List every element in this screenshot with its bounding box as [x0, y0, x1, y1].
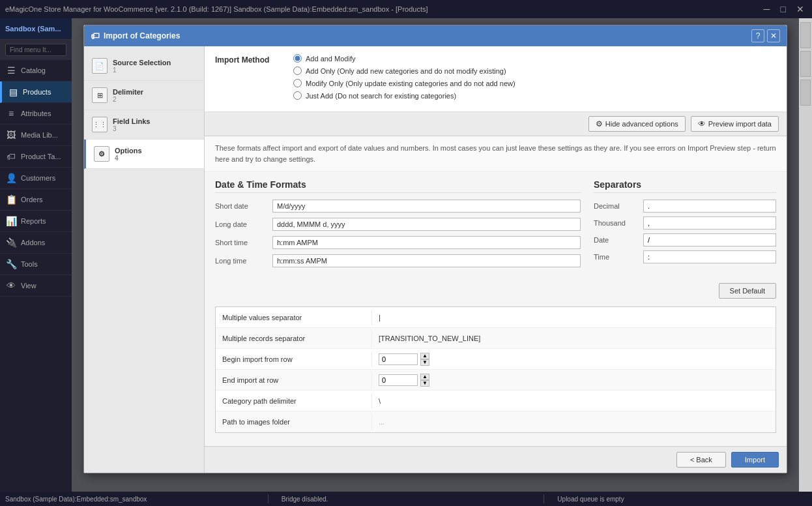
- sidebar-item-addons[interactable]: 🔌 Addons: [0, 232, 72, 254]
- two-panel-row: Date & Time Formats Short date Long date: [215, 179, 776, 273]
- modal-title-bar: 🏷 Import of Categories ? ✕: [84, 25, 787, 46]
- sidebar-item-view[interactable]: 👁 View: [0, 275, 72, 297]
- options-num: 4: [115, 155, 196, 162]
- sidebar-item-products[interactable]: ▤ Products: [0, 82, 72, 103]
- radio-modify-only-input[interactable]: [293, 79, 302, 87]
- sidebar-item-product-tags[interactable]: 🏷 Product Ta...: [0, 146, 72, 168]
- short-time-input[interactable]: [272, 236, 581, 249]
- preview-import-button[interactable]: 👁 Preview import data: [691, 116, 779, 132]
- end-import-input[interactable]: [379, 374, 418, 386]
- radio-just-add-input[interactable]: [293, 91, 302, 100]
- sidebar-item-label: Tools: [21, 260, 38, 268]
- radio-add-and-modify[interactable]: Add and Modify: [293, 54, 776, 63]
- right-panel-button-3[interactable]: [800, 80, 811, 106]
- back-button[interactable]: < Back: [676, 452, 726, 468]
- import-button[interactable]: Import: [731, 452, 779, 468]
- sidebar-item-tools[interactable]: 🔧 Tools: [0, 254, 72, 275]
- orders-icon: 📋: [5, 194, 17, 205]
- short-time-label: Short time: [215, 239, 267, 246]
- wizard-step-delimiter[interactable]: ⊞ Delimiter 2: [84, 81, 204, 110]
- sidebar-item-reports[interactable]: 📊 Reports: [0, 211, 72, 232]
- delimiter-icon: ⊞: [92, 87, 108, 103]
- wizard-step-field-links[interactable]: ⋮⋮ Field Links 3: [84, 110, 204, 140]
- sidebar-header: Sandbox (Sam...: [0, 18, 72, 40]
- date-time-panel: Date & Time Formats Short date Long date: [215, 179, 581, 273]
- modal-main: Import Method Add and Modify Add Only (O…: [205, 46, 787, 473]
- sidebar-item-label: Addons: [21, 239, 45, 246]
- radio-just-add-label: Just Add (Do not search for existing cat…: [306, 92, 456, 100]
- settings-grid: Multiple values separator | Multiple rec…: [215, 306, 776, 433]
- date-sep-input[interactable]: [643, 233, 776, 246]
- close-button[interactable]: ✕: [794, 4, 807, 14]
- short-date-row: Short date: [215, 200, 581, 213]
- separators-panel: Separators Decimal Thousand: [594, 179, 776, 273]
- sidebar-item-customers[interactable]: 👤 Customers: [0, 168, 72, 189]
- begin-import-down[interactable]: ▼: [420, 359, 429, 366]
- modal-close-button[interactable]: ✕: [767, 29, 780, 42]
- source-selection-icon: 📄: [92, 58, 108, 74]
- short-date-input[interactable]: [272, 200, 581, 213]
- action-buttons-row: ⚙ Hide advanced options 👁 Preview import…: [205, 112, 787, 136]
- long-date-input[interactable]: [272, 218, 581, 231]
- path-to-images-key: Path to images folder: [216, 414, 372, 430]
- wizard-step-source-selection[interactable]: 📄 Source Selection 1: [84, 52, 204, 81]
- thousand-label: Thousand: [594, 219, 639, 227]
- time-sep-input[interactable]: [643, 250, 776, 263]
- radio-add-only[interactable]: Add Only (Only add new categories and do…: [293, 67, 776, 75]
- radio-add-and-modify-input[interactable]: [293, 54, 302, 63]
- short-time-row: Short time: [215, 236, 581, 249]
- set-default-button[interactable]: Set Default: [719, 283, 776, 299]
- radio-modify-only[interactable]: Modify Only (Only update existing catego…: [293, 79, 776, 87]
- view-icon: 👁: [5, 280, 17, 291]
- sidebar-item-label: View: [21, 282, 36, 290]
- sidebar: Sandbox (Sam... ☰ Catalog ▤ Products ≡ A…: [0, 18, 72, 492]
- multiple-records-sep-row: Multiple records separator [TRANSITION_T…: [216, 328, 776, 349]
- end-import-value: ▲ ▼: [372, 371, 776, 389]
- thousand-sep-row: Thousand: [594, 216, 776, 230]
- reports-icon: 📊: [5, 216, 17, 226]
- sidebar-item-catalog[interactable]: ☰ Catalog: [0, 60, 72, 82]
- end-import-spinner: ▲ ▼: [420, 374, 429, 387]
- radio-just-add[interactable]: Just Add (Do not search for existing cat…: [293, 91, 776, 100]
- date-sep-label: Date: [594, 236, 639, 244]
- sidebar-item-attributes[interactable]: ≡ Attributes: [0, 103, 72, 125]
- sidebar-item-orders[interactable]: 📋 Orders: [0, 189, 72, 211]
- radio-add-and-modify-label: Add and Modify: [306, 55, 355, 63]
- begin-import-up[interactable]: ▲: [420, 353, 429, 359]
- title-bar: eMagicOne Store Manager for WooCommerce …: [0, 0, 812, 18]
- maximize-button[interactable]: □: [778, 4, 789, 14]
- app-title: eMagicOne Store Manager for WooCommerce …: [5, 5, 428, 13]
- source-selection-num: 1: [113, 67, 196, 74]
- decimal-input[interactable]: [643, 200, 776, 213]
- right-panel-button-2[interactable]: [800, 51, 811, 77]
- wizard-step-options[interactable]: ⚙ Options 4: [84, 140, 204, 169]
- begin-import-input[interactable]: [379, 353, 418, 365]
- preview-icon: 👁: [698, 119, 706, 128]
- separators-title: Separators: [594, 179, 776, 193]
- end-import-down[interactable]: ▼: [420, 380, 429, 387]
- long-time-input[interactable]: [272, 254, 581, 267]
- long-time-label: Long time: [215, 257, 267, 265]
- title-bar-controls: ─ □ ✕: [761, 4, 807, 14]
- gear-icon: ⚙: [596, 119, 603, 128]
- field-links-label: Field Links: [113, 117, 196, 125]
- date-time-title: Date & Time Formats: [215, 179, 581, 193]
- hide-advanced-button[interactable]: ⚙ Hide advanced options: [588, 116, 686, 132]
- minimize-button[interactable]: ─: [761, 4, 773, 14]
- modal-title-icon: 🏷: [91, 31, 100, 41]
- time-sep-row: Time: [594, 250, 776, 263]
- sidebar-item-media-lib[interactable]: 🖼 Media Lib...: [0, 125, 72, 146]
- preview-import-label: Preview import data: [708, 120, 772, 128]
- modal-body: 📄 Source Selection 1 ⊞ Delimiter 2: [84, 46, 787, 473]
- sidebar-item-label: Media Lib...: [21, 131, 58, 139]
- path-to-images-value: ...: [372, 414, 776, 430]
- right-panel-button-1[interactable]: [800, 22, 811, 48]
- modal-help-button[interactable]: ?: [751, 29, 764, 42]
- status-divider-2: [544, 494, 544, 503]
- radio-add-only-input[interactable]: [293, 67, 302, 75]
- thousand-input[interactable]: [643, 216, 776, 230]
- radio-add-only-label: Add Only (Only add new categories and do…: [306, 67, 506, 75]
- hide-advanced-label: Hide advanced options: [605, 120, 678, 128]
- end-import-up[interactable]: ▲: [420, 374, 429, 380]
- search-input[interactable]: [5, 44, 66, 56]
